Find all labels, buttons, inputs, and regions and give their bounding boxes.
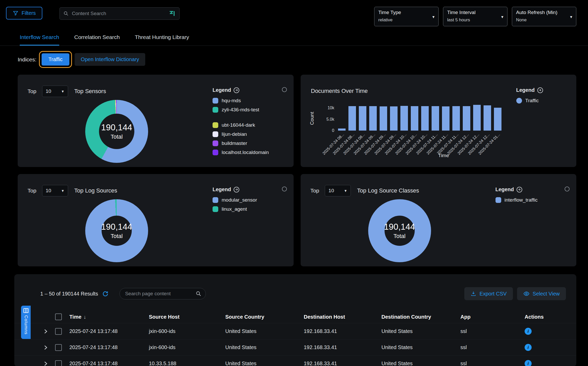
chevron-down-icon: ▼ [569,15,573,19]
time-interval-label: Time Interval [447,10,498,15]
columns-button[interactable]: Columns [21,306,31,339]
bar[interactable] [380,106,387,131]
legend-title: Legend [516,87,535,93]
bar[interactable] [463,106,470,131]
top-count-select[interactable]: 10 ▼ [42,86,68,97]
expand-row-icon[interactable] [44,329,55,334]
documents-over-time-bar-chart[interactable] [338,104,501,131]
panels-grid: Top 10 ▼ Top Sensors Legend hqu-mdszyli-… [18,75,576,266]
select-view-button[interactable]: Select View [517,287,566,300]
expand-row-icon[interactable] [44,361,55,366]
indices-label: Indices: [18,56,36,63]
col-header-source-host[interactable]: Source Host [149,314,225,320]
legend-items: modular_sensorlinux_agent [213,197,283,212]
expand-row-icon[interactable] [44,345,55,350]
col-header-destination-country[interactable]: Destination Country [381,314,460,320]
info-icon[interactable]: i [525,344,532,351]
legend-item[interactable]: zyli-436-mds-test [213,107,283,113]
legend-label: ubt-16044-dark [222,122,255,128]
bar[interactable] [348,106,356,131]
bar[interactable] [432,106,439,131]
legend-items: hqu-mdszyli-436-mds-testubt-16044-darkli… [213,98,283,155]
info-icon[interactable]: i [525,360,532,366]
time-interval-dropdown[interactable]: Time Interval last 5 hours ▼ [443,7,507,26]
legend-item[interactable]: lijun-debian [213,131,283,137]
radio-button[interactable] [565,187,570,191]
table-row[interactable]: 2025-07-24 13:17:48jxin-600-idsUnited St… [14,323,576,339]
legend-item[interactable]: Traffic [516,98,566,104]
bar[interactable] [473,105,481,131]
stellar-logo-icon[interactable] [169,11,176,16]
bar[interactable] [400,106,408,131]
panel-title: Top Log Source Classes [357,187,419,194]
bar[interactable] [494,108,501,131]
cell-destination-host: 192.168.33.41 [304,361,381,366]
cell-destination-country: United States [381,328,460,334]
export-csv-button[interactable]: Export CSV [464,287,513,300]
cell-destination-host: 192.168.33.41 [304,328,381,334]
refresh-icon[interactable] [102,291,109,297]
col-header-app[interactable]: App [460,314,525,320]
bar[interactable] [452,106,460,131]
legend-item[interactable]: ubt-16044-dark [213,122,283,128]
time-type-dropdown[interactable]: Time Type relative ▼ [374,7,439,26]
top-count-select[interactable]: 10 ▼ [325,185,351,196]
tab-correlation-search[interactable]: Correlation Search [74,34,120,46]
bar[interactable] [442,106,450,131]
results-toolbar: 1 – 50 of 190144 Results Export CSV [14,274,576,300]
auto-refresh-dropdown[interactable]: Auto Refresh (Min) None ▼ [512,7,576,26]
cell-time: 2025-07-24 13:17:48 [69,344,149,350]
col-header-label: Destination Country [381,314,431,320]
col-header-time[interactable]: Time ↓ [69,314,149,320]
top-sensors-donut-chart[interactable]: 190,144 Total [85,100,148,163]
legend-item[interactable]: localhost.localdomain [213,150,283,155]
cell-destination-country: United States [381,344,460,350]
legend-item[interactable]: hqu-mds [213,98,283,104]
select-all-checkbox[interactable] [55,313,62,320]
row-checkbox[interactable] [55,344,62,351]
results-count: 1 – 50 of 190144 Results [40,291,98,297]
bar[interactable] [359,106,366,131]
legend-toggle-icon[interactable] [234,187,239,192]
legend-item[interactable]: interflow_traffic [495,197,566,203]
time-interval-value: last 5 hours [447,17,498,23]
bar[interactable] [484,105,491,131]
legend-item[interactable]: linux_agent [213,206,283,212]
bar[interactable] [390,106,398,131]
legend-item[interactable]: buildmaster [213,140,283,146]
row-checkbox[interactable] [55,328,62,335]
legend-item[interactable]: modular_sensor [213,197,283,203]
traffic-index-button[interactable]: Traffic [42,53,69,66]
x-axis-labels: 2025-07-24 08...2025-07-24 08...2025-07-… [338,132,501,158]
col-header-destination-host[interactable]: Destination Host [304,314,381,320]
page-search-input[interactable] [120,288,206,299]
open-interflow-dictionary-button[interactable]: Open Interflow Dictionary [75,53,146,66]
panel-header: Top 10 ▼ Top Log Sources [28,185,117,196]
bar[interactable] [411,106,418,131]
info-icon[interactable]: i [525,328,532,335]
bar[interactable] [338,129,346,131]
legend-toggle-icon[interactable] [517,187,522,192]
bar[interactable] [421,106,429,131]
tab-threat-hunting-library[interactable]: Threat Hunting Library [135,34,189,46]
cell-source-country: United States [225,328,304,334]
top-log-source-classes-donut-chart[interactable]: 190,144 Total [368,199,431,262]
radio-button[interactable] [282,187,287,191]
top-count-select[interactable]: 10 ▼ [42,185,68,196]
indices-row: Indices: Traffic Open Interflow Dictiona… [18,51,588,68]
tab-interflow-search[interactable]: Interflow Search [20,34,59,46]
legend-toggle-icon[interactable] [537,87,543,93]
top-log-sources-donut-chart[interactable]: 190,144 Total [85,199,148,262]
radio-button[interactable] [282,87,287,92]
table-row[interactable]: 2025-07-24 13:17:48jxin-600-idsUnited St… [14,339,576,355]
bar[interactable] [369,106,377,131]
cell-app: ssl [460,328,525,334]
row-checkbox[interactable] [55,360,62,366]
chevron-down-icon: ▼ [61,89,64,93]
filters-button[interactable]: Filters [6,7,42,20]
legend-toggle-icon[interactable] [234,87,239,93]
col-header-source-country[interactable]: Source Country [225,314,304,320]
col-header-actions: Actions [525,314,576,320]
content-search-input[interactable] [71,10,166,17]
table-row[interactable]: 2025-07-24 13:17:4810.33.5.188United Sta… [14,355,576,366]
